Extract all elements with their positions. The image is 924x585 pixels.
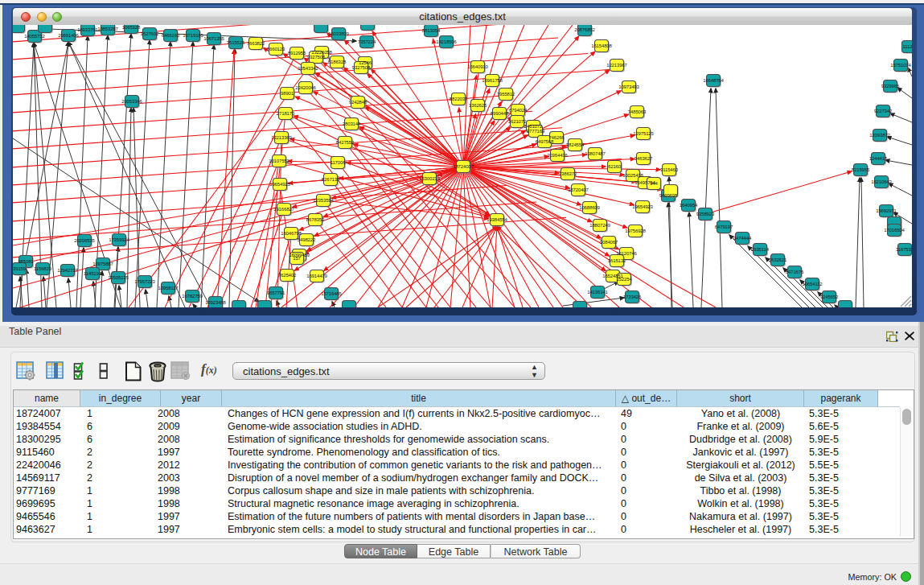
svg-text:157: 157 xyxy=(293,256,301,261)
svg-text:98901: 98901 xyxy=(281,91,294,96)
svg-text:6466160: 6466160 xyxy=(162,33,180,38)
svg-text:1640954: 1640954 xyxy=(680,203,698,208)
svg-text:20691406: 20691406 xyxy=(58,33,79,38)
svg-text:8990448: 8990448 xyxy=(491,111,509,116)
svg-text:1615132: 1615132 xyxy=(608,258,626,263)
svg-text:6794024: 6794024 xyxy=(509,108,528,113)
svg-text:9329966: 9329966 xyxy=(881,84,900,89)
svg-text:10543342: 10543342 xyxy=(298,66,318,71)
svg-text:944: 944 xyxy=(650,181,658,186)
svg-text:16046798: 16046798 xyxy=(281,231,302,236)
svg-text:1733426: 1733426 xyxy=(623,295,642,299)
svg-text:14136141: 14136141 xyxy=(587,290,608,295)
svg-text:1527602: 1527602 xyxy=(141,31,159,36)
svg-text:252254: 252254 xyxy=(616,277,632,282)
svg-text:8267130: 8267130 xyxy=(322,177,340,182)
svg-text:16782759: 16782759 xyxy=(182,294,203,299)
svg-text:9327506: 9327506 xyxy=(307,55,326,60)
svg-text:7663822: 7663822 xyxy=(247,41,265,46)
svg-text:11123: 11123 xyxy=(902,44,912,49)
svg-text:62160: 62160 xyxy=(608,164,622,169)
svg-text:22420046: 22420046 xyxy=(295,85,316,90)
svg-text:10654112: 10654112 xyxy=(802,282,823,286)
svg-text:7515526: 7515526 xyxy=(227,40,245,45)
svg-text:8215955: 8215955 xyxy=(852,167,870,172)
svg-text:12505135: 12505135 xyxy=(108,275,129,280)
svg-text:20364436: 20364436 xyxy=(547,153,568,158)
svg-text:10975887: 10975887 xyxy=(92,262,113,266)
svg-text:17359924: 17359924 xyxy=(109,237,129,242)
svg-text:12093872: 12093872 xyxy=(869,133,890,138)
svg-text:16154808: 16154808 xyxy=(591,43,612,48)
svg-text:19654925: 19654925 xyxy=(269,182,290,187)
svg-text:7632621: 7632621 xyxy=(769,257,787,262)
svg-text:8427552: 8427552 xyxy=(336,140,355,145)
svg-text:746266: 746266 xyxy=(548,135,565,140)
svg-text:7386372: 7386372 xyxy=(559,171,577,176)
svg-text:5498222: 5498222 xyxy=(298,237,316,242)
svg-text:117006: 117006 xyxy=(331,160,346,165)
svg-text:1065328: 1065328 xyxy=(122,25,141,30)
svg-text:7357224: 7357224 xyxy=(358,39,376,44)
svg-text:9242848: 9242848 xyxy=(349,100,368,105)
svg-text:16933791: 16933791 xyxy=(77,27,98,32)
svg-text:16033809: 16033809 xyxy=(328,31,349,36)
svg-text:9084067: 9084067 xyxy=(600,240,618,245)
svg-text:19384554: 19384554 xyxy=(487,217,507,222)
svg-text:10025438: 10025438 xyxy=(622,173,643,178)
svg-text:1145194: 1145194 xyxy=(84,271,102,276)
svg-text:10973493: 10973493 xyxy=(618,84,639,89)
svg-text:18724007: 18724007 xyxy=(453,164,474,169)
svg-text:12353594: 12353594 xyxy=(313,198,334,203)
svg-text:16914479: 16914479 xyxy=(306,274,327,278)
svg-text:15751074: 15751074 xyxy=(890,63,911,68)
svg-text:9327508: 9327508 xyxy=(352,65,371,70)
svg-text:2935114: 2935114 xyxy=(751,247,770,252)
svg-text:20206535: 20206535 xyxy=(74,238,95,243)
svg-text:17016504: 17016504 xyxy=(884,228,905,233)
svg-text:10688609: 10688609 xyxy=(579,205,600,210)
svg-text:7485063: 7485063 xyxy=(628,109,647,114)
svg-text:20876852: 20876852 xyxy=(574,27,595,32)
svg-text:8471676: 8471676 xyxy=(786,270,804,274)
svg-text:9699695: 9699695 xyxy=(659,193,678,198)
svg-text:985081: 985081 xyxy=(18,259,34,264)
svg-text:16120746: 16120746 xyxy=(616,251,637,256)
svg-text:8822037: 8822037 xyxy=(450,97,468,101)
svg-text:10853287: 10853287 xyxy=(97,27,118,31)
svg-text:19166827: 19166827 xyxy=(273,207,294,212)
svg-text:14055712: 14055712 xyxy=(24,34,45,39)
svg-text:1167533: 1167533 xyxy=(896,247,912,252)
svg-text:1244415: 1244415 xyxy=(869,156,888,161)
svg-text:12975125: 12975125 xyxy=(633,131,654,136)
svg-text:39159: 39159 xyxy=(13,266,27,271)
svg-text:12923488: 12923488 xyxy=(205,300,226,305)
svg-text:10719185: 10719185 xyxy=(183,33,203,38)
svg-text:15300213: 15300213 xyxy=(419,176,440,181)
svg-text:9777169: 9777169 xyxy=(527,129,545,134)
svg-text:10958117: 10958117 xyxy=(158,286,179,290)
svg-text:10671355: 10671355 xyxy=(203,36,224,41)
svg-text:7625402: 7625402 xyxy=(278,273,297,278)
svg-text:12213967: 12213967 xyxy=(606,63,627,68)
svg-text:19654923: 19654923 xyxy=(632,204,653,209)
svg-text:2803144: 2803144 xyxy=(343,122,361,126)
svg-text:8660123: 8660123 xyxy=(267,47,285,51)
svg-text:15716485: 15716485 xyxy=(321,291,342,296)
svg-text:10107552: 10107552 xyxy=(269,159,290,163)
svg-text:15640910: 15640910 xyxy=(467,64,488,69)
svg-text:7955812: 7955812 xyxy=(497,92,515,97)
svg-text:16210643: 16210643 xyxy=(871,179,892,184)
svg-text:2718170: 2718170 xyxy=(277,111,295,116)
svg-text:15692971: 15692971 xyxy=(876,208,897,213)
svg-text:8186328: 8186328 xyxy=(328,60,347,64)
svg-text:9358923: 9358923 xyxy=(696,212,715,216)
svg-text:12213369: 12213369 xyxy=(271,135,292,140)
svg-text:9115460: 9115460 xyxy=(660,167,679,172)
svg-text:9657791: 9657791 xyxy=(267,290,285,295)
svg-text:3824554: 3824554 xyxy=(566,142,585,147)
svg-text:18807249: 18807249 xyxy=(589,223,610,228)
svg-text:9227342: 9227342 xyxy=(874,109,893,113)
svg-text:10807487: 10807487 xyxy=(585,151,606,156)
svg-text:20053346: 20053346 xyxy=(121,99,142,104)
